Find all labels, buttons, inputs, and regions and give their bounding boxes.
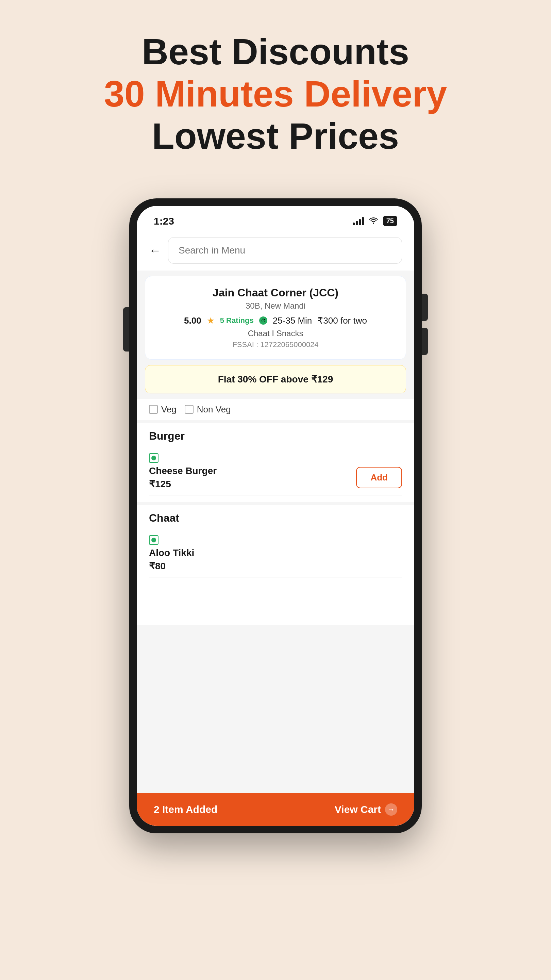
veg-indicator-icon-2 — [149, 535, 159, 545]
hero-section: Best Discounts 30 Minutes Delivery Lowes… — [104, 30, 447, 158]
veg-indicator-icon — [149, 453, 159, 463]
restaurant-card: Jain Chaat Corner (JCC) 30B, New Mandi 5… — [145, 276, 406, 360]
item-name-aloo-tikki: Aloo Tikki — [149, 547, 402, 558]
price-for-two: ₹300 for two — [318, 315, 367, 326]
delivery-time: 25-35 Min — [273, 315, 312, 326]
signal-bars-icon — [353, 217, 364, 225]
veg-filter[interactable]: Veg — [149, 404, 176, 415]
hero-line1: Best Discounts — [104, 30, 447, 73]
star-icon: ★ — [207, 315, 214, 326]
menu-item-aloo-tikki: Aloo Tikki ₹80 — [149, 530, 402, 578]
arrow-right-icon: → — [385, 803, 397, 816]
restaurant-meta: 5.00 ★ 5 Ratings 25-35 Min ₹300 for two — [152, 315, 399, 326]
status-icons: 75 — [353, 216, 397, 226]
hero-line2: 30 Minutes Delivery — [104, 73, 447, 115]
restaurant-cuisine: Chaat I Snacks — [152, 329, 399, 338]
restaurant-address: 30B, New Mandi — [152, 301, 399, 311]
restaurant-fssai: FSSAI : 12722065000024 — [152, 340, 399, 349]
view-cart-button[interactable]: View Cart → — [335, 803, 397, 816]
battery-icon: 75 — [383, 216, 397, 226]
volume-up-button — [422, 294, 428, 321]
non-veg-label: Non Veg — [197, 404, 231, 415]
item-price-aloo-tikki: ₹80 — [149, 560, 402, 572]
power-button — [123, 307, 129, 352]
wifi-icon — [369, 216, 378, 226]
offer-banner: Flat 30% OFF above ₹129 — [145, 365, 406, 393]
view-cart-label: View Cart — [335, 804, 381, 815]
phone-screen: 1:23 75 ← — [137, 206, 414, 826]
filter-row: Veg Non Veg — [137, 399, 414, 420]
restaurant-name: Jain Chaat Corner (JCC) — [152, 286, 399, 299]
section-title-burger: Burger — [149, 430, 402, 442]
chaat-section: Chaat Aloo Tikki ₹80 — [137, 505, 414, 625]
search-input[interactable] — [168, 237, 402, 264]
volume-down-button — [422, 328, 428, 355]
veg-dot-2 — [151, 538, 156, 542]
cart-items-label: 2 Item Added — [154, 804, 218, 815]
phone-wrapper: 1:23 75 ← — [129, 198, 422, 833]
veg-label: Veg — [161, 404, 176, 415]
timer-icon — [259, 317, 267, 325]
status-time: 1:23 — [154, 215, 174, 227]
search-row: ← — [137, 231, 414, 270]
status-bar: 1:23 75 — [137, 206, 414, 231]
menu-item-cheese-burger: Cheese Burger ₹125 Add — [149, 448, 402, 495]
ratings-count: 5 Ratings — [220, 316, 254, 325]
phone-frame: 1:23 75 ← — [129, 198, 422, 833]
back-button[interactable]: ← — [149, 243, 161, 258]
hero-line3: Lowest Prices — [104, 115, 447, 157]
restaurant-rating: 5.00 — [184, 315, 202, 326]
veg-dot — [151, 456, 156, 460]
section-title-chaat: Chaat — [149, 512, 402, 524]
cart-bar[interactable]: 2 Item Added View Cart → — [137, 793, 414, 826]
non-veg-filter[interactable]: Non Veg — [185, 404, 231, 415]
app-content: ← Jain Chaat Corner (JCC) 30B, New Mandi… — [137, 231, 414, 809]
burger-section: Burger Cheese Burger ₹125 Add — [137, 423, 414, 502]
veg-checkbox[interactable] — [149, 405, 158, 414]
add-button-cheese-burger[interactable]: Add — [356, 467, 402, 488]
non-veg-checkbox[interactable] — [185, 405, 194, 414]
